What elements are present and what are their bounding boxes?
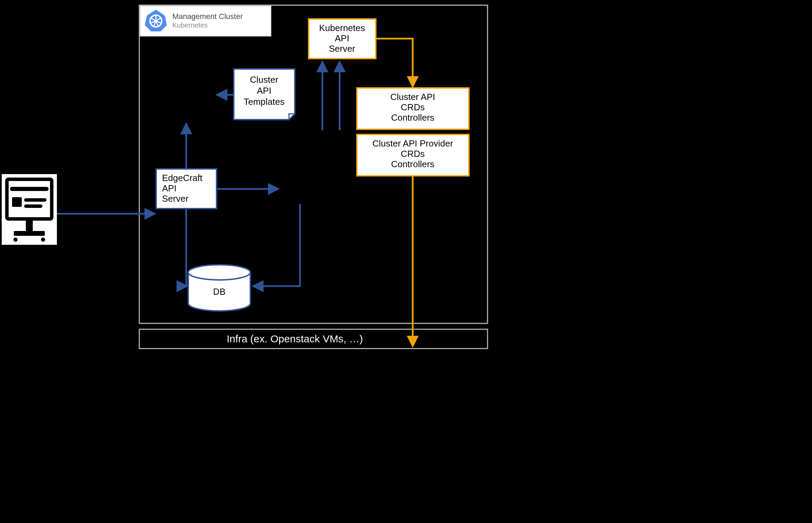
k8s-api-line2: API — [335, 33, 349, 43]
svg-rect-6 — [26, 221, 33, 231]
k8s-api-line3: Server — [329, 43, 355, 54]
capi-crds-line3: Controllers — [391, 112, 434, 123]
svg-point-20 — [154, 20, 157, 22]
svg-point-9 — [41, 238, 45, 242]
k8s-api-server-box: Kubernetes API Server — [309, 19, 376, 59]
svg-rect-7 — [14, 231, 45, 236]
arrow-k8s-to-crds — [376, 39, 413, 87]
arrow-edgecraft-to-db — [186, 209, 187, 286]
templates-line3: Templates — [244, 97, 285, 107]
infra-label: Infra (ex. Openstack VMs, …) — [227, 333, 363, 344]
db-label: DB — [213, 286, 225, 297]
templates-line2: API — [257, 86, 271, 96]
edgecraft-line1: EdgeCraft — [162, 173, 203, 183]
cluster-api-provider-box: Cluster API Provider CRDs Controllers — [357, 134, 469, 176]
edgecraft-api-server-box: EdgeCraft API Server — [156, 169, 217, 209]
db-cylinder: DB — [188, 265, 250, 311]
arrow-right-to-db — [253, 204, 300, 286]
header-subtitle: Kubernetes — [172, 21, 208, 29]
svg-rect-3 — [12, 197, 22, 207]
edgecraft-line2: API — [162, 183, 177, 193]
header-title: Management Cluster — [172, 12, 243, 21]
svg-point-29 — [188, 265, 250, 280]
capi-prov-line3: Controllers — [391, 159, 434, 169]
cluster-api-templates-note: Cluster API Templates — [234, 69, 295, 120]
architecture-diagram: Management Cluster Kubernetes Kubernetes… — [0, 0, 541, 352]
capi-prov-line2: CRDs — [401, 149, 424, 159]
svg-point-8 — [13, 238, 18, 242]
edgecraft-line3: Server — [162, 193, 189, 204]
templates-line1: Cluster — [250, 74, 279, 85]
k8s-api-line1: Kubernetes — [319, 23, 365, 33]
management-cluster-header: Management Cluster Kubernetes — [140, 6, 271, 36]
capi-prov-line1: Cluster API Provider — [372, 138, 453, 149]
capi-crds-line1: Cluster API — [390, 92, 435, 102]
client-monitor-icon — [2, 174, 57, 245]
cluster-api-crds-box: Cluster API CRDs Controllers — [357, 88, 469, 129]
capi-crds-line2: CRDs — [401, 102, 424, 112]
